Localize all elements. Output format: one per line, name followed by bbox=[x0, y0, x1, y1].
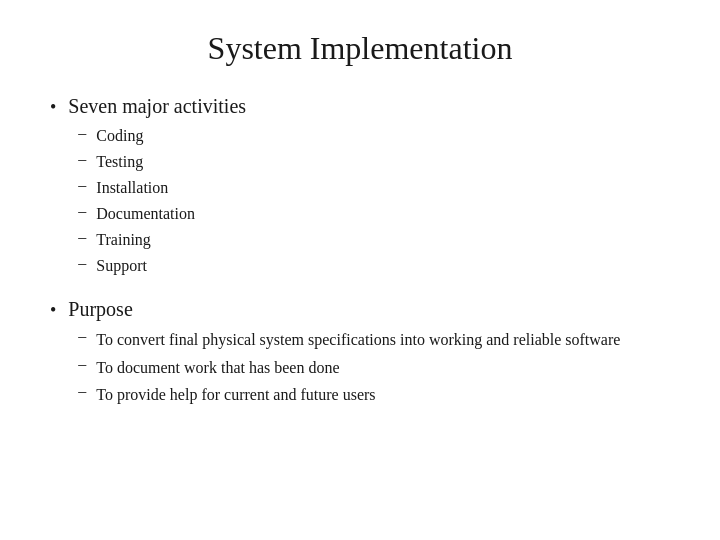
list-item: – Training bbox=[78, 228, 246, 252]
sub-text: To convert final physical system specifi… bbox=[96, 327, 620, 353]
slide-title: System Implementation bbox=[50, 30, 670, 67]
sub-text: Training bbox=[96, 228, 151, 252]
list-item: – Coding bbox=[78, 124, 246, 148]
sub-dash: – bbox=[78, 202, 86, 220]
list-item: – Testing bbox=[78, 150, 246, 174]
sub-dash: – bbox=[78, 176, 86, 194]
list-item: – Support bbox=[78, 254, 246, 278]
activities-list: – Coding – Testing – Installation – Docu… bbox=[78, 124, 246, 278]
sub-text: Coding bbox=[96, 124, 143, 148]
sub-text: Support bbox=[96, 254, 147, 278]
sub-text: To document work that has been done bbox=[96, 355, 339, 381]
sub-dash: – bbox=[78, 254, 86, 272]
sub-dash: – bbox=[78, 228, 86, 246]
sub-text: Testing bbox=[96, 150, 143, 174]
section-activities: • Seven major activities – Coding – Test… bbox=[50, 95, 670, 278]
bullet-dot-1: • bbox=[50, 97, 56, 118]
sub-text: Documentation bbox=[96, 202, 195, 226]
purpose-content: Purpose – To convert final physical syst… bbox=[68, 298, 620, 408]
activities-label: Seven major activities bbox=[68, 95, 246, 118]
sub-text: Installation bbox=[96, 176, 168, 200]
sub-text: To provide help for current and future u… bbox=[96, 382, 375, 408]
list-item: – Documentation bbox=[78, 202, 246, 226]
sub-dash: – bbox=[78, 124, 86, 142]
activities-content: Seven major activities – Coding – Testin… bbox=[68, 95, 246, 278]
section-purpose: • Purpose – To convert final physical sy… bbox=[50, 298, 670, 408]
sub-dash: – bbox=[78, 355, 86, 373]
slide-content: • Seven major activities – Coding – Test… bbox=[50, 95, 670, 408]
list-item: – To document work that has been done bbox=[78, 355, 620, 381]
sub-dash: – bbox=[78, 150, 86, 168]
list-item: – To convert final physical system speci… bbox=[78, 327, 620, 353]
sub-dash: – bbox=[78, 327, 86, 345]
slide: System Implementation • Seven major acti… bbox=[0, 0, 720, 540]
sub-dash: – bbox=[78, 382, 86, 400]
list-item: – Installation bbox=[78, 176, 246, 200]
list-item: – To provide help for current and future… bbox=[78, 382, 620, 408]
bullet-dot-2: • bbox=[50, 300, 56, 321]
purpose-list: – To convert final physical system speci… bbox=[78, 327, 620, 408]
purpose-label: Purpose bbox=[68, 298, 620, 321]
